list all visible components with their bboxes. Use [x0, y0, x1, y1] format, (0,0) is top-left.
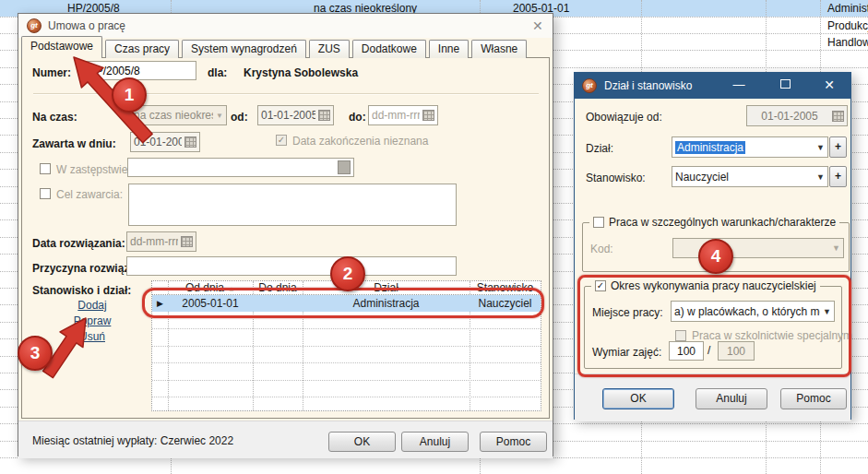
sort-ascending-icon: ▲: [228, 285, 235, 293]
dodaj-link[interactable]: Dodaj: [55, 298, 129, 314]
add-dzial-button[interactable]: +: [829, 136, 847, 158]
wymiar-max-value: 100: [721, 345, 751, 358]
zastepstwie-label: W zastępstwie:: [56, 163, 131, 176]
table-row-line: [152, 346, 541, 347]
ok-button[interactable]: OK: [602, 388, 674, 409]
anuluj-button[interactable]: Anuluj: [401, 432, 469, 452]
anuluj-button[interactable]: Anuluj: [696, 388, 767, 409]
zastepstwie-checkbox[interactable]: [40, 163, 51, 174]
nauczycielska-checkbox[interactable]: ✓: [595, 280, 606, 291]
column-header-label: Od dnia: [185, 281, 224, 294]
dla-label: dla:: [208, 66, 227, 79]
dzial-label: Dział:: [586, 142, 613, 155]
do-date-placeholder: dd-mm-rrrr: [372, 109, 420, 122]
row-marker-icon: ▶: [152, 295, 168, 312]
bg-cell-dzial: Administracja: [827, 2, 868, 15]
contract-dialog: gt Umowa o pracę ✕ Podstawowe Czas pracy…: [18, 13, 553, 456]
column-header-do-dnia[interactable]: Do dnia: [253, 281, 303, 294]
chevron-down-icon: ▼: [216, 112, 223, 120]
kod-combo[interactable]: ▼: [672, 238, 844, 258]
data-nieznana-checkbox[interactable]: ✓: [276, 135, 287, 146]
cel-textarea[interactable]: [128, 184, 457, 226]
wymiar-value: 100: [672, 345, 700, 358]
chevron-down-icon[interactable]: ▼: [823, 307, 831, 316]
calendar-icon[interactable]: [318, 110, 330, 121]
tab-dodatkowe[interactable]: Dodatkowe: [352, 40, 426, 58]
dzial-value: Administracja: [675, 141, 745, 154]
position-dialog-titlebar[interactable]: gt Dział i stanowisko — ✕: [575, 73, 850, 99]
miejsce-combo[interactable]: a) w placówkach, o których mow ▼: [671, 301, 835, 322]
cell-do-dnia: [253, 295, 303, 312]
dzial-combo[interactable]: Administracja ▼: [672, 136, 828, 158]
cel-checkbox[interactable]: [40, 188, 51, 199]
minimize-icon[interactable]: —: [725, 73, 753, 97]
od-date-value: 01-01-2005: [261, 109, 315, 122]
table-row-line: [152, 397, 541, 397]
na-czas-value: na czas nieokreślony: [134, 109, 213, 122]
rozwiazania-label: Data rozwiązania:: [32, 237, 125, 250]
miejsce-value: a) w placówkach, o których mow: [674, 305, 820, 318]
od-date-field[interactable]: 01-01-2005: [257, 105, 334, 125]
calendar-icon: [832, 111, 844, 122]
popraw-link[interactable]: Popraw: [55, 314, 129, 329]
pomoc-button[interactable]: Pomoc: [480, 432, 547, 452]
data-nieznana-label: Data zakończenia nieznana: [292, 135, 428, 148]
numer-label: Numer:: [32, 66, 71, 79]
zawarta-label: Zawarta w dniu:: [32, 137, 116, 150]
tab-zus[interactable]: ZUS: [309, 40, 350, 58]
szkolnictwo-checkbox[interactable]: [675, 330, 686, 341]
picker-button[interactable]: [338, 160, 351, 174]
row-actions: Dodaj Popraw Usuń: [55, 298, 129, 345]
zastepstwie-input[interactable]: [127, 158, 354, 177]
chevron-down-icon[interactable]: ▼: [816, 143, 825, 152]
calendar-icon[interactable]: [422, 110, 434, 121]
maximize-icon[interactable]: [771, 73, 799, 97]
column-header-dzial[interactable]: Dział: [303, 281, 470, 294]
chevron-down-icon[interactable]: ▼: [816, 172, 825, 182]
ok-button[interactable]: OK: [328, 432, 396, 452]
table-row-line: [152, 362, 541, 363]
nauczycielska-group: ✓ Okres wykonywania pracy nauczycielskie…: [584, 286, 842, 369]
separator: [33, 93, 539, 95]
wymiar-input[interactable]: 100: [669, 341, 704, 361]
tab-system-wynagrodzen[interactable]: System wynagrodzeń: [182, 40, 306, 58]
column-header-stanowisko[interactable]: Stanowisko: [470, 281, 541, 294]
contract-dialog-titlebar[interactable]: gt Umowa o pracę ✕: [18, 14, 553, 38]
numer-input-value[interactable]: [88, 65, 193, 77]
usun-link[interactable]: Usuń: [55, 329, 129, 345]
table-row-selected[interactable]: ▶ 2005-01-01 Administracja Nauczyciel: [152, 295, 541, 312]
zawarta-date-field[interactable]: 01-01-2005: [130, 132, 200, 152]
close-icon[interactable]: ✕: [532, 19, 543, 32]
contract-dialog-footer: Miesiąc ostatniej wypłaty: Czerwiec 2022: [18, 421, 553, 458]
cell-od-dnia: 2005-01-01: [168, 295, 253, 312]
pomoc-button[interactable]: Pomoc: [780, 388, 847, 409]
close-icon[interactable]: ✕: [815, 73, 843, 97]
stanowisko-value: Nauczyciel: [675, 171, 814, 184]
szkolnictwo-label: Praca w szkolnictwie specjalnym: [692, 329, 852, 342]
warunki-checkbox[interactable]: [593, 217, 604, 228]
tab-inne[interactable]: Inne: [429, 40, 469, 58]
calendar-icon[interactable]: [184, 136, 196, 148]
column-header-od-dnia[interactable]: Od dnia▲: [168, 281, 253, 294]
numer-input[interactable]: [84, 61, 196, 80]
cell-dzial: Administracja: [303, 295, 470, 312]
add-stanowisko-button[interactable]: +: [829, 166, 847, 187]
do-date-field[interactable]: dd-mm-rrrr: [368, 105, 438, 125]
na-czas-combo[interactable]: na czas nieokreślony ▼: [130, 105, 227, 125]
cel-textarea-value[interactable]: [132, 184, 453, 223]
bg-cell-dzial-2: Produkcja: [827, 19, 868, 32]
tab-podstawowe[interactable]: Podstawowe: [21, 36, 102, 58]
positions-table: Od dnia▲ Do dnia Dział Stanowisko ▶ 2005…: [151, 280, 541, 411]
obowiazuje-value: 01-01-2005: [750, 110, 829, 123]
wymiar-max-input[interactable]: 100: [718, 341, 755, 361]
chevron-down-icon: ▼: [832, 243, 840, 253]
obowiazuje-date-field[interactable]: 01-01-2005: [746, 105, 848, 126]
przyczyna-input-value[interactable]: [130, 260, 453, 273]
tab-wlasne[interactable]: Własne: [471, 40, 527, 58]
rozwiazania-date-field[interactable]: dd-mm-rrrr: [126, 231, 196, 252]
stanowisko-combo[interactable]: Nauczyciel ▼: [672, 166, 828, 187]
zastepstwie-input-value[interactable]: [131, 161, 338, 174]
zawarta-date-value: 01-01-2005: [134, 136, 182, 148]
tab-czas-pracy[interactable]: Czas pracy: [105, 40, 179, 58]
przyczyna-input[interactable]: [126, 256, 457, 276]
